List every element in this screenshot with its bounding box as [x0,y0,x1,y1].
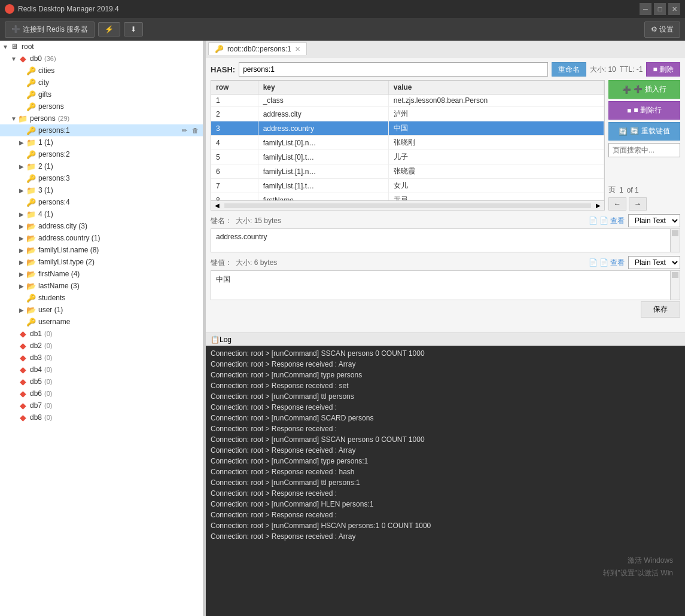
tree-db0[interactable]: ▼ ◆ db0 (36) [0,53,203,65]
table-row[interactable]: 7 familyList.[1].t… 女儿 [211,179,604,193]
delete-button[interactable]: 🗑 [190,126,200,135]
toolbar-btn-2[interactable]: ⬇ [124,22,143,36]
key-icon: 🔑 [26,66,36,75]
sidebar-item-address-city[interactable]: ▶ 📂 address.city (3) [0,220,203,232]
sidebar-item-familylist-type[interactable]: ▶ 📂 familyList.type (2) [0,256,203,268]
sidebar-item-persons-folder[interactable]: ▼ 📁 persons (29) [0,112,203,124]
delete-row-icon: ■ [627,106,631,115]
sidebar-item-persons4[interactable]: 🔑 persons:4 [0,196,203,208]
tree-root[interactable]: ▼ 🖥 root [0,41,203,53]
sidebar-item-username[interactable]: 🔑 username [0,316,203,328]
next-page-button[interactable]: → [629,197,647,211]
sidebar-item-folder-4[interactable]: ▶ 📁 4 (1) [0,208,203,220]
key-name-view-type[interactable]: Plain Text [628,214,680,227]
minimize-button[interactable]: ─ [640,3,651,15]
sidebar-item-students[interactable]: 🔑 students [0,292,203,304]
sidebar-item-persons3[interactable]: 🔑 persons:3 [0,172,203,184]
sidebar-item-db6[interactable]: ◆ db6 (0) [0,388,203,400]
persons-folder-label: persons [30,114,56,123]
sidebar-item-db4[interactable]: ◆ db4 (0) [0,364,203,376]
sidebar-item-persons1[interactable]: 🔑 persons:1 ✏ 🗑 [0,124,203,136]
persons1-arrow [19,127,26,134]
hash-delete-button[interactable]: ■ 删除 [646,62,680,77]
reload-key-button[interactable]: 🔄 🔄 重载键值 [608,122,680,141]
sidebar-item-folder-3[interactable]: ▶ 📁 3 (1) [0,184,203,196]
key-value-view-button[interactable]: 📄 📄 查看 [589,258,625,268]
db0-count: (36) [44,55,56,62]
sidebar-item-db1[interactable]: ◆ db1 (0) [0,328,203,340]
fl-name-label: familyList.name (8) [38,246,99,254]
scroll-right-btn[interactable]: ▶ [592,202,604,209]
connect-redis-button[interactable]: ➕ 连接到 Redis 服务器 [5,22,95,38]
cell-value: 泸州 [388,107,604,121]
key-value-view-type[interactable]: Plain Text [628,256,680,269]
key-icon-4: 🔑 [26,102,36,111]
folder3-arrow: ▶ [19,187,26,194]
table-row[interactable]: 8 firstName 无忌 [211,193,604,201]
toolbar-btn-1[interactable]: ⚡ [98,22,120,36]
sidebar-item-user[interactable]: ▶ 📂 user (1) [0,304,203,316]
rename-button[interactable]: 重命名 [552,62,586,77]
key-name-header: 键名： 大小: 15 bytes 📄 📄 查看 Plain Text [211,214,680,227]
sidebar-item-gifts[interactable]: 🔑 gifts [0,89,203,100]
sidebar-item-firstname[interactable]: ▶ 📂 firstName (4) [0,268,203,280]
sidebar-item-db7[interactable]: ◆ db7 (0) [0,400,203,411]
col-row: row [211,81,258,94]
sidebar-item-city[interactable]: 🔑 city [0,77,203,89]
tab-persons1[interactable]: 🔑 root::db0::persons:1 ✕ [208,42,307,55]
table-row[interactable]: 1 _class net.zjs.lesson08.bean.Person [211,94,604,107]
insert-row-button[interactable]: ➕ ➕ 插入行 [608,80,680,99]
table-row[interactable]: 5 familyList.[0].t… 儿子 [211,150,604,164]
table-row[interactable]: 2 address.city 泸州 [211,107,604,121]
tab-label: root::db0::persons:1 [227,45,291,53]
username-arrow [19,319,26,325]
h-scrollbar[interactable]: ◀ ▶ [211,201,605,211]
table-row[interactable]: 6 familyList.[1].n… 张晓霞 [211,164,604,179]
sidebar-item-db3[interactable]: ◆ db3 (0) [0,352,203,364]
cell-key: familyList.[1].n… [258,164,388,179]
close-button[interactable]: ✕ [668,3,680,15]
sidebar-item-persons-key[interactable]: 🔑 persons [0,100,203,112]
log-line: Connection: root > Response received : [211,488,680,499]
maximize-button[interactable]: □ [654,3,666,15]
key-value-scrollbar[interactable] [670,271,680,300]
view-icon: 📄 [589,216,598,225]
sidebar-item-db2[interactable]: ◆ db2 (0) [0,340,203,352]
edit-button[interactable]: ✏ [180,126,189,135]
sidebar-item-address-country[interactable]: ▶ 📂 address.country (1) [0,232,203,244]
sidebar-item-db5[interactable]: ◆ db5 (0) [0,376,203,388]
sidebar-item-persons2[interactable]: 🔑 persons:2 [0,148,203,160]
sidebar-item-folder-2[interactable]: ▶ 📁 2 (1) [0,160,203,172]
view-icon-2: 📄 [589,258,598,267]
key-value-text: 中国 [216,275,230,283]
prev-page-button[interactable]: ← [608,197,626,211]
user-label: user (1) [38,306,63,314]
delete-row-button[interactable]: ■ ■ 删除行 [608,101,680,120]
save-button[interactable]: 保存 [641,301,680,318]
table-row[interactable]: 3 address.country 中国 [211,121,604,136]
tab-close-button[interactable]: ✕ [295,45,300,53]
sidebar-item-lastname[interactable]: ▶ 📂 lastName (3) [0,280,203,292]
sidebar-item-familylist-name[interactable]: ▶ 📂 familyList.name (8) [0,244,203,256]
key-name-scrollbar[interactable] [670,229,680,252]
page-search-input[interactable] [608,143,680,157]
scroll-left-btn[interactable]: ◀ [211,202,223,209]
key-name-view-button[interactable]: 📄 📄 查看 [589,216,625,226]
sidebar-item-db8[interactable]: ◆ db8 (0) [0,411,203,423]
sidebar-item-cities[interactable]: 🔑 cities [0,65,203,77]
db1-count: (0) [44,330,52,337]
persons-folder-count: (29) [58,115,70,122]
table-row[interactable]: 4 familyList.[0].n… 张晓刚 [211,136,604,150]
key-icon-2: 🔑 [26,78,36,87]
city-arrow [19,80,26,86]
cell-value: 中国 [388,121,604,136]
settings-button[interactable]: ⚙ 设置 [644,22,680,38]
hash-key-input[interactable] [239,62,548,77]
scroll-thumb-2 [672,272,678,278]
tab-bar: 🔑 root::db0::persons:1 ✕ [206,41,685,57]
log-header: 📋 Log [206,333,685,346]
sidebar-item-folder-1[interactable]: ▶ 📁 1 (1) [0,136,203,148]
table-scroll[interactable]: row key value 1 _class net.zjs.lesson08.… [211,81,604,200]
folder-icon-3: 📁 [26,161,36,171]
right-action-panel: ➕ ➕ 插入行 ■ ■ 删除行 🔄 🔄 重载键值 页 1 [608,80,680,211]
